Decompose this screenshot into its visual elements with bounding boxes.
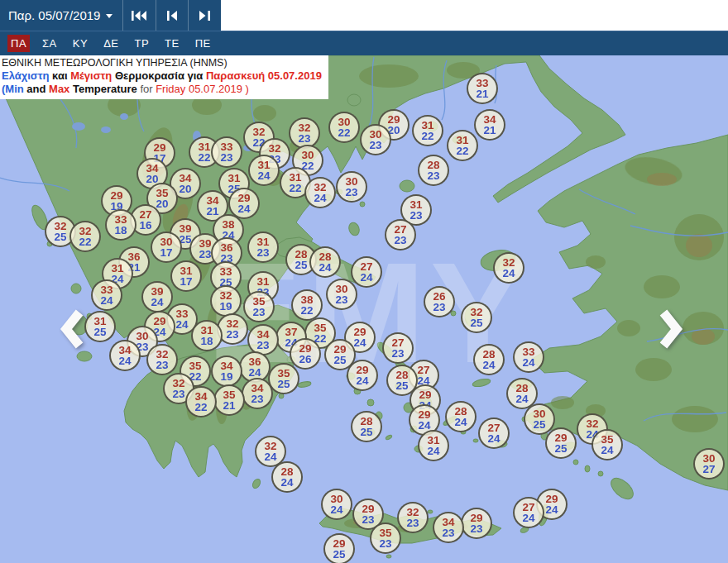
station-marker: 3525 xyxy=(268,363,299,394)
station-marker: 3124 xyxy=(418,430,449,461)
station-marker: 2824 xyxy=(309,246,341,278)
station-marker: 3318 xyxy=(105,209,136,241)
station-marker: 3017 xyxy=(151,231,182,263)
station-marker: 3419 xyxy=(211,355,242,387)
station-marker: 3323 xyxy=(211,136,242,168)
next-day-icon xyxy=(199,11,210,21)
day-tab-ΠΕ[interactable]: ΠΕ xyxy=(192,35,214,52)
station-marker: 3219 xyxy=(210,285,242,317)
date-dropdown-button[interactable]: Παρ. 05/07/2019 xyxy=(0,0,123,31)
station-marker: 3122 xyxy=(412,115,443,146)
station-marker: 2724 xyxy=(478,417,510,449)
station-marker: 3422 xyxy=(185,386,217,417)
station-marker: 2724 xyxy=(351,256,382,288)
day-tab-ΠΑ[interactable]: ΠΑ xyxy=(7,35,30,52)
top-toolbar: Παρ. 05/07/2019 xyxy=(0,0,728,31)
station-marker: 2623 xyxy=(424,286,455,317)
map-next-arrow-button[interactable] xyxy=(654,306,687,352)
day-tabs: ΠΑΣΑΚΥΔΕΤΡΤΕΠΕ xyxy=(0,31,728,55)
station-marker: 2724 xyxy=(513,497,544,528)
date-toolbar-group: Παρ. 05/07/2019 xyxy=(0,0,221,31)
station-marker: 3421 xyxy=(474,109,505,141)
previous-day-button[interactable] xyxy=(156,0,189,31)
station-marker: 3423 xyxy=(433,512,464,543)
station-marker: 3027 xyxy=(693,448,725,480)
map-previous-arrow-button[interactable] xyxy=(56,306,89,352)
station-marker: 3117 xyxy=(170,260,202,292)
station-marker: 2825 xyxy=(351,411,382,442)
info-line1: ΕΘΝΙΚΗ ΜΕΤΕΩΡΟΛΟΓΙΚΗ ΥΠΗΡΕΣΙΑ (HNMS) xyxy=(2,57,322,69)
station-marker: 2824 xyxy=(445,401,477,432)
chevron-right-icon xyxy=(663,313,677,346)
station-marker: 3118 xyxy=(191,320,223,351)
station-marker: 3324 xyxy=(513,341,544,373)
station-marker: 3223 xyxy=(397,502,429,533)
station-marker: 3024 xyxy=(321,489,352,520)
station-marker: 3224 xyxy=(304,177,336,208)
station-marker: 2925 xyxy=(545,427,577,459)
station-marker: 3822 xyxy=(291,289,323,321)
station-marker: 2824 xyxy=(271,461,303,493)
station-marker: 3223 xyxy=(146,344,178,375)
station-marker: 3123 xyxy=(247,231,279,263)
info-line2: Ελάχιστη και Μέγιστη Θερμοκρασία για Παρ… xyxy=(2,69,322,83)
previous-day-icon xyxy=(167,11,178,21)
station-marker: 3224 xyxy=(493,252,524,284)
station-marker: 3423 xyxy=(242,378,273,409)
day-tab-ΣΑ[interactable]: ΣΑ xyxy=(39,35,60,52)
day-tab-ΚΥ[interactable]: ΚΥ xyxy=(69,35,91,52)
station-marker: 3523 xyxy=(243,291,275,322)
station-marker: 3521 xyxy=(213,384,245,416)
station-marker: 3023 xyxy=(326,279,357,310)
station-marker: 3023 xyxy=(360,124,391,155)
station-marker: 3222 xyxy=(69,221,101,252)
day-tab-ΔΕ[interactable]: ΔΕ xyxy=(100,35,122,52)
station-marker: 2924 xyxy=(347,360,378,391)
station-marker: 3424 xyxy=(109,340,141,371)
day-tab-ΤΕ[interactable]: ΤΕ xyxy=(161,35,183,52)
skip-first-button[interactable] xyxy=(123,0,156,31)
station-marker: 3023 xyxy=(336,171,367,203)
station-marker: 3324 xyxy=(91,279,122,311)
dropdown-caret-icon xyxy=(106,14,113,18)
station-marker: 3524 xyxy=(592,429,623,460)
station-marker: 3022 xyxy=(328,112,360,143)
day-tab-ΤΡ[interactable]: ΤΡ xyxy=(131,35,152,52)
info-box: ΕΘΝΙΚΗ ΜΕΤΕΩΡΟΛΟΓΙΚΗ ΥΠΗΡΕΣΙΑ (HNMS) Ελά… xyxy=(0,55,328,99)
station-marker: 2923 xyxy=(461,508,492,539)
station-marker: 3321 xyxy=(467,73,498,104)
station-marker: 3523 xyxy=(370,522,401,554)
station-marker: 2723 xyxy=(382,332,414,364)
station-marker: 3124 xyxy=(248,155,280,186)
station-marker: 3924 xyxy=(141,281,173,313)
skip-first-icon xyxy=(132,11,147,21)
date-label: Παρ. 05/07/2019 xyxy=(8,8,100,22)
station-marker: 2925 xyxy=(323,533,355,563)
weather-map: ΕΜΥ 332129203421302231223223322230233122… xyxy=(0,55,728,563)
next-day-button[interactable] xyxy=(189,0,221,31)
info-line3: (Min and Max Temperature for Friday 05.0… xyxy=(2,83,322,96)
chevron-left-icon xyxy=(66,313,79,346)
station-marker: 2824 xyxy=(473,344,505,375)
station-marker: 3122 xyxy=(447,130,478,161)
station-marker: 2823 xyxy=(418,155,449,186)
station-marker: 2723 xyxy=(385,219,416,250)
station-marker: 3225 xyxy=(461,302,492,333)
station-marker: 2926 xyxy=(290,338,321,370)
